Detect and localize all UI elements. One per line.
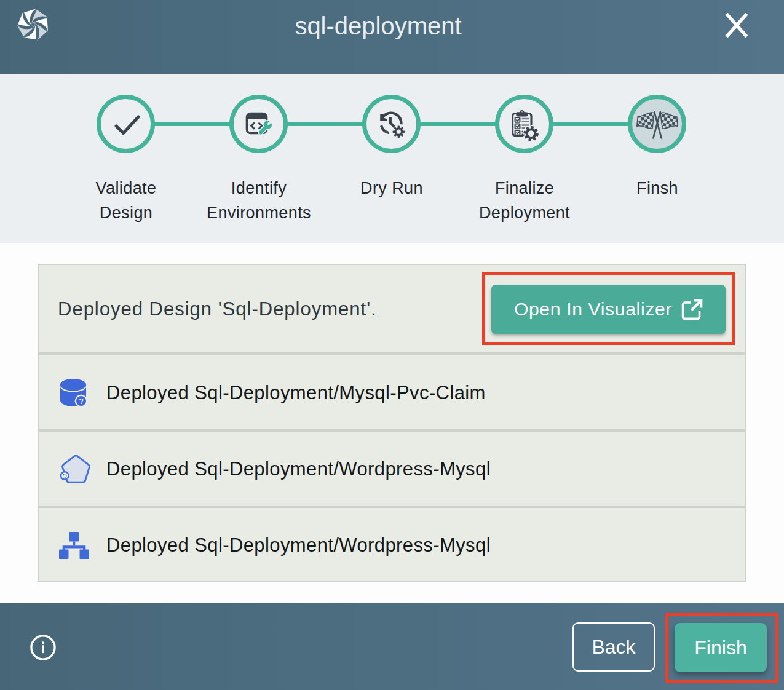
- svg-text:?: ?: [79, 397, 84, 406]
